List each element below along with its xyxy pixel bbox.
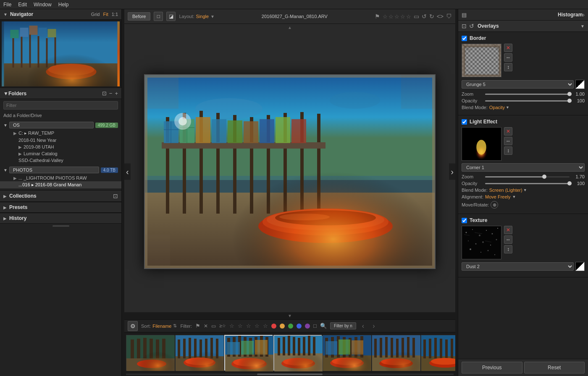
rotate-left-icon[interactable]: ↺ (422, 13, 427, 20)
overlays-arrow-icon[interactable]: ▼ (580, 24, 585, 29)
filmstrip-thumb-2[interactable] (175, 335, 223, 371)
navigator-grid-btn[interactable]: Grid (91, 12, 100, 17)
border-zoom-track[interactable] (485, 94, 570, 95)
overlays-refresh-icon[interactable]: ↺ (469, 23, 474, 29)
color-blue[interactable] (297, 324, 302, 329)
tree-lightroom[interactable]: ▶ ... _LIGHTROOM PHOTOS RAW (0, 175, 121, 181)
color-purple[interactable] (305, 324, 310, 329)
light-moverotate-btn[interactable]: ⊕ (491, 201, 498, 209)
star-3[interactable]: ☆ (394, 13, 399, 20)
folders-header[interactable]: ▼ Folders ⊡ − + (0, 88, 121, 99)
sort-arrow-icon[interactable]: ⇅ (173, 323, 177, 329)
crop-filter-icon[interactable]: ▭ (211, 323, 216, 329)
view-square-btn[interactable]: □ (154, 12, 163, 21)
flag-icon[interactable]: ⚑ (375, 13, 380, 20)
menu-edit[interactable]: Edit (18, 2, 27, 8)
filmstrip-settings-icon[interactable]: ⚙ (128, 321, 138, 331)
view-angle-btn[interactable]: ◪ (166, 12, 176, 21)
collections-header[interactable]: ▶ Collections ⊡ (0, 191, 121, 202)
filmstrip-star-1[interactable]: ☆ (229, 323, 234, 329)
filmstrip-star-5[interactable]: ☆ (263, 323, 268, 329)
menu-window[interactable]: Window (34, 2, 52, 8)
menu-help[interactable]: Help (58, 2, 69, 8)
navigator-1to1-btn[interactable]: 1:1 (112, 12, 118, 17)
filmstrip-thumb-4[interactable] (273, 335, 322, 371)
flag-filter-icon[interactable]: ⚑ (195, 323, 200, 329)
tree-utah[interactable]: ▶ 2019-08 UTAH (0, 144, 121, 150)
tree-grand-manan[interactable]: ...016 ▸ 2016-08 Grand Manan (0, 181, 121, 188)
drive-photos[interactable]: ▼ PHOTOS 4.0 TB (0, 165, 121, 175)
sort-value[interactable]: Filename (152, 324, 171, 329)
light-zoom-track[interactable] (485, 176, 570, 178)
texture-remove-btn[interactable]: ✕ (504, 226, 512, 234)
reset-button[interactable]: Reset (524, 362, 585, 373)
code-icon[interactable]: <> (437, 13, 444, 20)
star-2[interactable]: ☆ (388, 13, 394, 20)
filmstrip-scrollbar-thumb[interactable] (257, 373, 323, 375)
image-nav-left[interactable]: ‹ (124, 164, 131, 180)
filmstrip-scrollbar[interactable] (126, 373, 454, 375)
flag-filter-x-icon[interactable]: ✕ (204, 323, 208, 329)
overlays-layers-icon[interactable]: ⊡ (462, 23, 467, 29)
light-opacity-track[interactable] (485, 183, 570, 184)
star-rating[interactable]: ☆ ☆ ☆ ☆ ☆ (383, 13, 411, 20)
filmstrip-search-icon[interactable]: 🔍 (320, 323, 327, 329)
layout-value[interactable]: Single (196, 14, 209, 19)
tree-luminar[interactable]: ▶ Luminar Catalog (0, 150, 121, 157)
add-folder-link[interactable]: Add a Folder/Drive (0, 112, 121, 120)
border-flip-v-btn[interactable]: ↕ (504, 63, 512, 71)
filmstrip-star-2[interactable]: ☆ (238, 323, 243, 329)
color-red[interactable] (271, 324, 276, 329)
filmstrip-star-4[interactable]: ☆ (255, 323, 260, 329)
border-remove-btn[interactable]: ✕ (504, 44, 512, 52)
border-preset-select[interactable]: Grunge 5 (462, 80, 574, 89)
drive-os[interactable]: ▼ OS 499.2 GB (0, 120, 121, 130)
light-effect-checkbox[interactable] (462, 119, 467, 125)
texture-preset-select[interactable]: Dust 2 (462, 262, 574, 271)
star-filter-icon[interactable]: ≥☆ (219, 323, 226, 329)
light-effect-remove-btn[interactable]: ✕ (504, 127, 512, 136)
before-button[interactable]: Before (128, 12, 150, 21)
tree-ssd[interactable]: SSD-Cathedral-Valley (0, 157, 121, 164)
light-effect-flip-h-btn[interactable]: ↔ (504, 137, 512, 145)
scroll-up-icon[interactable]: ▲ (288, 25, 292, 30)
star-4[interactable]: ☆ (400, 13, 405, 20)
texture-flip-h-btn[interactable]: ↔ (504, 235, 512, 244)
texture-checkbox[interactable] (462, 218, 467, 223)
rotate-right-icon[interactable]: ↻ (429, 13, 434, 20)
filmstrip-scroll[interactable] (124, 332, 455, 373)
filter-by-button[interactable]: Filter by n (330, 322, 356, 329)
filmstrip-star-3[interactable]: ☆ (246, 323, 251, 329)
navigator-header[interactable]: ▼ Navigator Grid Fit 1:1 (0, 9, 121, 20)
folders-plus-icon[interactable]: + (115, 90, 118, 97)
border-blend-value[interactable]: Opacity (489, 105, 505, 110)
filmstrip-next-arrow[interactable]: › (370, 322, 377, 330)
bookmark-icon[interactable]: ⛉ (446, 13, 452, 20)
filmstrip-thumb-7[interactable] (421, 335, 455, 371)
folders-filter-input[interactable] (3, 101, 118, 110)
star-5[interactable]: ☆ (406, 13, 411, 20)
presets-header[interactable]: ▶ Presets (0, 202, 121, 213)
filmstrip-square-icon[interactable]: □ (313, 323, 317, 329)
image-nav-right[interactable]: › (449, 164, 455, 180)
filmstrip-thumb-1[interactable] (126, 335, 174, 371)
filmstrip-prev-arrow[interactable]: ‹ (360, 322, 367, 330)
light-effect-flip-v-btn[interactable]: ↕ (504, 146, 512, 155)
folders-minus-icon[interactable]: − (109, 90, 113, 97)
light-blend-value[interactable]: Screen (Lighter) (489, 188, 522, 193)
folders-copy-icon[interactable]: ⊡ (102, 90, 107, 97)
tree-new-year[interactable]: 2018-01 New Year (0, 137, 121, 144)
navigator-fit-btn[interactable]: Fit (103, 12, 108, 17)
previous-button[interactable]: Previous (462, 362, 522, 373)
scroll-down-icon[interactable]: ▼ (288, 313, 292, 318)
light-align-value[interactable]: Move Freely (485, 194, 511, 199)
filmstrip-thumb-6[interactable] (372, 335, 420, 371)
histogram-collapse-icon[interactable]: › (583, 11, 585, 18)
filmstrip-thumb-5[interactable] (323, 335, 371, 371)
border-flip-h-btn[interactable]: ↔ (504, 53, 512, 62)
filmstrip-thumb-3[interactable] (224, 335, 273, 371)
crop-icon[interactable]: ▭ (414, 13, 419, 20)
history-header[interactable]: ▶ History (0, 213, 121, 224)
menu-file[interactable]: File (3, 2, 11, 8)
color-green[interactable] (288, 324, 293, 329)
